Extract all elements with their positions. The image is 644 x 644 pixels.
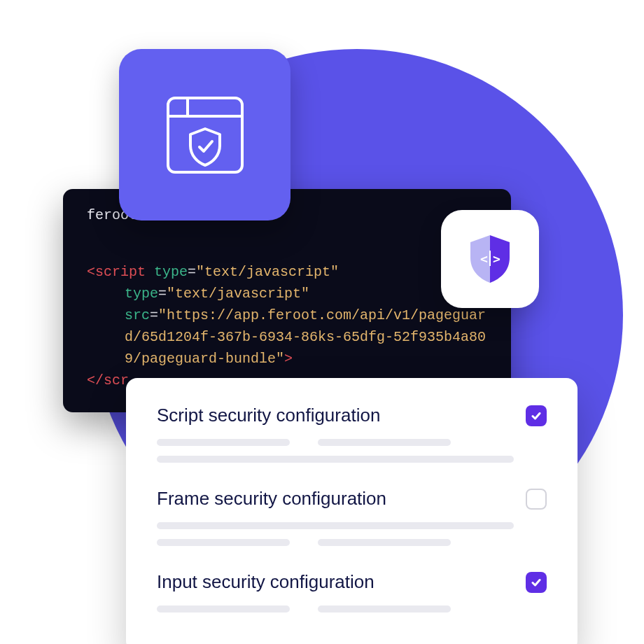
code-str-type: "text/javascript" [196, 264, 339, 280]
code-tag-close-angle: > [284, 351, 293, 367]
checkbox-script[interactable] [526, 405, 547, 426]
placeholder-row [157, 539, 547, 546]
config-item-script: Script security configuration [157, 405, 547, 463]
config-item-frame: Frame security configuration [157, 488, 547, 546]
code-tag-close: </scr [87, 372, 129, 388]
config-title-script: Script security configuration [157, 405, 380, 426]
code-body: <script type="text/javascript" type="tex… [87, 261, 487, 391]
code-attr-type: type [154, 264, 188, 280]
placeholder-row [157, 456, 547, 463]
placeholder-row [157, 606, 547, 612]
checkbox-input[interactable] [526, 572, 547, 593]
browser-shield-card [119, 49, 290, 220]
svg-text:>: > [493, 251, 500, 266]
svg-text:<: < [480, 251, 488, 266]
code-attr-src: src [125, 307, 150, 323]
code-tag-open: <script [87, 264, 154, 280]
check-icon [531, 577, 542, 588]
config-panel: Script security configuration Frame secu… [126, 378, 578, 644]
code-str-type2: "text/javascript" [167, 286, 309, 302]
config-title-input: Input security configuration [157, 571, 374, 593]
code-str-src: "https://app.feroot.com/api/v1/pageguard… [125, 307, 486, 367]
code-attr-type2: type [125, 286, 158, 302]
svg-rect-0 [168, 98, 242, 172]
placeholder-row [157, 522, 547, 529]
checkbox-frame[interactable] [526, 489, 547, 510]
config-item-input: Input security configuration [157, 571, 547, 612]
browser-shield-icon [164, 94, 246, 176]
placeholder-row [157, 439, 547, 446]
check-icon [531, 410, 542, 421]
code-shield-card: < > [441, 210, 539, 308]
config-title-frame: Frame security configuration [157, 488, 386, 510]
code-shield-icon: < > [468, 234, 512, 284]
